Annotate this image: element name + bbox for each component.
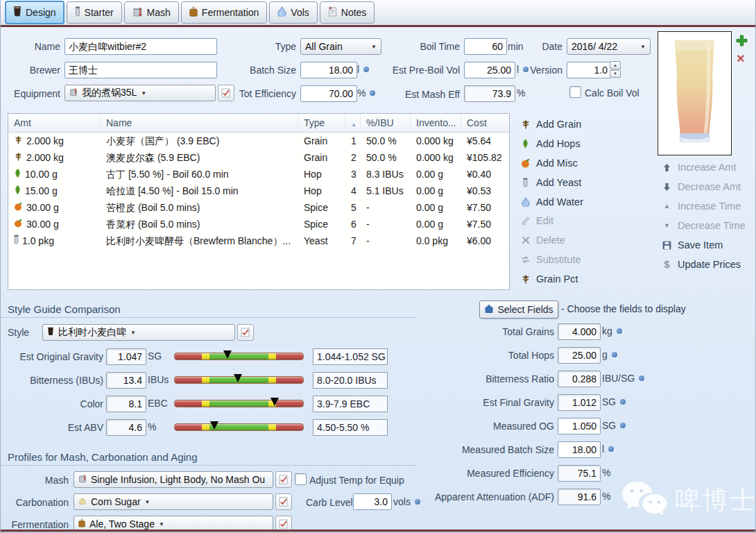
edit-check-icon — [241, 328, 250, 337]
tab-label: Vols — [291, 7, 309, 18]
water-drop-icon — [277, 6, 286, 19]
boil-time-input[interactable]: 60 — [464, 38, 507, 55]
chevron-down-icon: ▼ — [371, 44, 377, 50]
select-fields-button[interactable]: Select Fields — [479, 301, 558, 319]
style-section-title: Style Guide Comparison — [8, 303, 121, 315]
total-hops-value: 25.00 — [558, 347, 601, 364]
type-select[interactable]: All Grain ▼ — [300, 38, 381, 55]
version-stepper[interactable]: ▲▼ — [610, 61, 621, 78]
edit-button[interactable]: Edit — [519, 212, 553, 229]
scale-dot-icon[interactable] — [612, 352, 617, 357]
table-row[interactable]: 2.000 kg 小麦芽（国产） (3.9 EBC) Grain 1 50.0 … — [8, 133, 509, 149]
add-image-button[interactable] — [736, 35, 748, 49]
ingredients-table-header[interactable]: Amt Name Type ▲ %/IBU Invento... Cost — [8, 114, 509, 133]
apparent-attenuation-label: Apparent Attenuation (ADF) — [389, 491, 554, 502]
style-edit-button[interactable] — [237, 324, 254, 341]
substitute-button[interactable]: Substitute — [519, 251, 581, 268]
color-unit: EBC — [148, 398, 168, 409]
triangle-up-icon: ▲ — [661, 203, 673, 210]
calc-boil-vol-checkbox[interactable] — [569, 86, 581, 98]
total-grains-label: Total Grains — [389, 326, 554, 337]
edit-check-icon — [221, 88, 231, 98]
increase-time-button[interactable]: ▲Increase Time — [661, 198, 741, 214]
update-prices-button[interactable]: $Update Prices — [661, 256, 741, 273]
arrow-up-icon — [661, 163, 673, 172]
tab-fermentation[interactable]: Fermentation — [181, 1, 267, 24]
est-final-gravity-label: Est Final Gravity — [389, 397, 554, 408]
grain-icon — [14, 133, 23, 149]
ibu-label: Bitterness (IBUs) — [8, 375, 103, 386]
scale-dot-icon[interactable] — [608, 446, 614, 452]
mash-select[interactable]: Single Infusion, Light Body, No Mash Ou — [74, 471, 273, 488]
total-grains-value: 4.000 — [558, 323, 601, 340]
tab-label: Mash — [147, 7, 171, 18]
table-row[interactable]: 30.00 g 苦橙皮 (Boil 5.0 mins) Spice 5 - 0.… — [8, 199, 509, 216]
add-grain-button[interactable]: Add Grain — [519, 116, 581, 133]
adjust-temp-checkbox[interactable] — [295, 473, 307, 485]
scale-dot-icon[interactable] — [370, 90, 375, 96]
table-row[interactable]: 1.0 pkg 比利时小麦啤酵母（Brewferm Blanche）... Ye… — [8, 232, 509, 249]
tab-notes[interactable]: Notes — [320, 1, 375, 24]
scale-dot-icon[interactable] — [617, 328, 622, 334]
scale-dot-icon[interactable] — [620, 399, 626, 405]
equipment-select[interactable]: 我的煮锅35L ▼ — [65, 85, 216, 101]
sort-asc-icon[interactable]: ▲ — [351, 121, 356, 128]
tab-label: Design — [26, 7, 56, 18]
add-water-button[interactable]: Add Water — [519, 194, 583, 210]
grain-icon — [519, 119, 531, 129]
table-row[interactable]: 2.000 kg 澳麦皮尔森 (5.9 EBC) Grain 2 50.0 % … — [8, 149, 509, 166]
increase-amt-button[interactable]: Increase Amt — [661, 159, 737, 176]
carb-level-input[interactable]: 3.0 — [353, 493, 392, 510]
date-select[interactable]: 2016/ 4/22 ▼ — [567, 38, 651, 55]
mash-pot-icon — [132, 6, 143, 19]
scale-dot-icon[interactable] — [363, 67, 369, 72]
boil-time-label: Boil Time — [403, 41, 460, 52]
scale-dot-icon[interactable] — [620, 423, 626, 428]
version-input[interactable]: 1.0 — [567, 62, 612, 78]
spice-icon — [14, 216, 23, 232]
tot-efficiency-input[interactable]: 70.00 — [300, 85, 357, 102]
save-item-button[interactable]: Save Item — [661, 237, 723, 253]
grain-icon — [14, 149, 23, 166]
mash-edit-button[interactable] — [275, 471, 292, 488]
mash-pot-icon — [78, 474, 87, 485]
mash-eff-unit: % — [517, 87, 525, 99]
name-input[interactable]: 小麦白啤witbier#2 — [65, 38, 217, 55]
decrease-time-button[interactable]: ▼Decrease Time — [661, 217, 746, 234]
delete-button[interactable]: Delete — [519, 232, 565, 248]
date-value: 2016/ 4/22 — [572, 41, 617, 52]
est-final-gravity-value: 1.012 — [558, 394, 601, 411]
scale-dot-icon[interactable] — [639, 375, 644, 381]
fermenter-icon — [78, 518, 85, 530]
add-yeast-button[interactable]: Add Yeast — [519, 174, 581, 191]
brewer-input[interactable]: 王博士 — [65, 62, 217, 78]
og-range-box: 1.044-1.052 SG — [313, 348, 388, 365]
add-hops-button[interactable]: Add Hops — [519, 135, 581, 152]
select-fields-label: Select Fields — [497, 304, 553, 315]
table-row[interactable]: 15.00 g 哈拉道 [4.50 %] - Boil 15.0 min Hop… — [8, 183, 509, 199]
grain-pct-button[interactable]: Grain Pct — [519, 271, 578, 287]
equipment-label: Equipment — [4, 88, 60, 99]
table-row[interactable]: 30.00 g 香菜籽 (Boil 5.0 mins) Spice 6 - 0.… — [8, 216, 509, 232]
tab-design[interactable]: Design — [5, 1, 65, 24]
batch-size-input[interactable]: 18.00 — [300, 62, 357, 78]
carbonation-select[interactable]: Corn Sugar ▼ — [74, 493, 273, 510]
og-marker-icon — [223, 350, 232, 359]
col-pct-ibu: %/IBU — [361, 114, 411, 132]
ibu-range-bar — [174, 376, 304, 384]
preboil-vol-input[interactable]: 25.00 — [464, 62, 515, 78]
measured-batch-size-input[interactable]: 18.00 — [558, 441, 601, 458]
beer-glass-icon — [47, 327, 54, 338]
style-select[interactable]: 比利时小麦白啤 ▼ — [42, 324, 235, 341]
decrease-amt-button[interactable]: Decrease Amt — [661, 178, 741, 195]
remove-image-button[interactable]: × — [737, 51, 745, 65]
add-misc-button[interactable]: Add Misc — [519, 155, 578, 171]
tab-starter[interactable]: Starter — [67, 1, 122, 24]
color-range-bar — [174, 400, 304, 407]
tab-mash[interactable]: Mash — [124, 1, 179, 24]
table-row[interactable]: 10.00 g 古丁 [5.50 %] - Boil 60.0 min Hop … — [8, 166, 509, 183]
tab-vols[interactable]: Vols — [269, 1, 317, 24]
carbonation-edit-button[interactable] — [275, 493, 292, 510]
measured-og-input[interactable]: 1.050 — [558, 418, 601, 434]
color-range-box: 3.9-7.9 EBC — [313, 396, 388, 412]
